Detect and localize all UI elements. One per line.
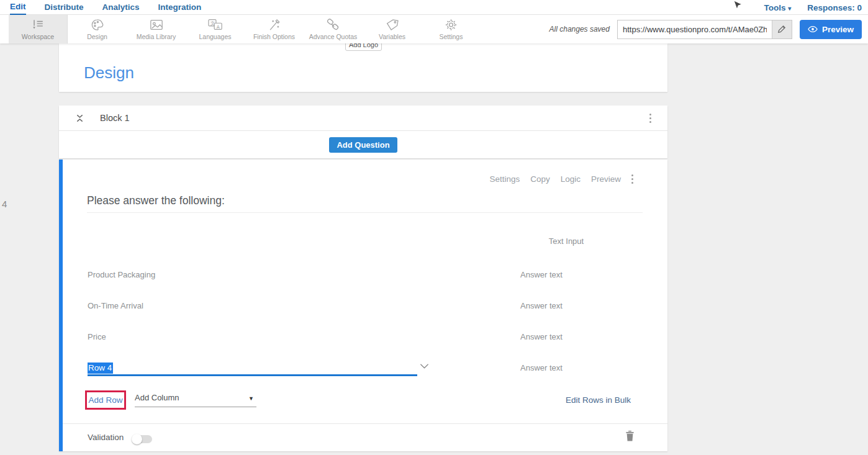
toolbar-item-label: Design [87, 33, 107, 40]
question-kebab-menu-icon[interactable] [631, 174, 633, 184]
question-number: 4 [2, 199, 7, 209]
row-edit-input[interactable]: Row 4 [88, 363, 113, 372]
collapse-block-icon[interactable] [76, 114, 84, 123]
add-row-annotation-box: Add Row [85, 390, 126, 410]
tag-icon [386, 19, 399, 31]
toolbar-item-label: Workspace [22, 33, 54, 40]
toolbar-item-advance-quotas[interactable]: Advance Quotas [304, 15, 363, 43]
toolbar-item-label: Languages [199, 33, 232, 40]
nav-integration[interactable]: Integration [158, 1, 202, 14]
row-answer-placeholder[interactable]: Answer text [520, 301, 563, 310]
top-nav: Edit Distribute Analytics Integration To… [0, 0, 868, 15]
question-title[interactable]: Please answer the following: [87, 194, 225, 207]
workspace-icon [31, 19, 45, 31]
add-column-label: Add Column [135, 393, 179, 402]
block-card: Block 1 Add Question [59, 106, 667, 158]
toolbar-item-label: Settings [440, 33, 463, 40]
block-header: Block 1 [59, 106, 667, 131]
save-status: All changes saved [549, 25, 610, 34]
tools-dropdown[interactable]: Tools ▾ [764, 3, 791, 12]
add-question-button[interactable]: Add Question [329, 137, 397, 153]
validation-toggle[interactable] [133, 435, 152, 443]
question-preview-link[interactable]: Preview [591, 174, 621, 184]
toolbar-item-label: Media Library [137, 33, 176, 40]
nav-distribute[interactable]: Distribute [45, 1, 84, 14]
question-card: Settings Copy Logic Preview Please answe… [59, 160, 667, 451]
toggle-knob [132, 434, 142, 444]
row-answer-placeholder[interactable]: Answer text [520, 363, 563, 372]
block-title: Block 1 [100, 113, 130, 123]
row-answer-placeholder[interactable]: Answer text [520, 332, 563, 341]
toolbar-item-workspace[interactable]: Workspace [9, 15, 68, 43]
survey-url-box [617, 20, 792, 39]
delete-question-icon[interactable] [625, 430, 635, 441]
validation-label: Validation [88, 433, 124, 442]
question-logic-link[interactable]: Logic [561, 174, 581, 184]
toolbar-item-label: Variables [379, 33, 405, 40]
toolbar-item-settings[interactable]: Settings [422, 15, 481, 43]
edit-rows-in-bulk-link[interactable]: Edit Rows in Bulk [566, 395, 631, 405]
add-question-row: Add Question [59, 131, 667, 158]
magic-wand-icon [268, 19, 281, 31]
design-palette-icon [91, 19, 104, 31]
gear-icon [445, 19, 458, 31]
caret-down-icon: ▾ [788, 5, 791, 12]
preview-button[interactable]: Preview [800, 20, 862, 39]
caret-down-icon: ▼ [248, 395, 254, 402]
chevron-down-icon[interactable] [420, 363, 429, 369]
toolbar-item-variables[interactable]: Variables [363, 15, 422, 43]
footer-divider [63, 423, 667, 424]
nav-analytics[interactable]: Analytics [102, 1, 140, 14]
toolbar-item-design[interactable]: Design [68, 15, 127, 43]
pencil-icon [777, 25, 786, 34]
row-answer-placeholder[interactable]: Answer text [520, 270, 563, 279]
svg-text:A: A [216, 24, 219, 29]
survey-url-input[interactable] [618, 20, 772, 38]
page-title: Design [84, 63, 134, 83]
question-menu: Settings Copy Logic Preview [489, 174, 633, 184]
row-label[interactable]: Product Packaging [88, 270, 155, 279]
row-label[interactable]: On-Time Arrival [88, 301, 143, 310]
add-column-dropdown[interactable]: Add Column ▼ [135, 392, 256, 407]
toolbar-item-languages[interactable]: 文 A Languages [186, 15, 245, 43]
responses-count[interactable]: Responses: 0 [807, 3, 862, 12]
eye-icon [808, 25, 818, 33]
add-row-button[interactable]: Add Row [89, 395, 123, 405]
toolbar-item-label: Finish Options [253, 33, 295, 40]
question-title-underline [87, 212, 643, 213]
block-kebab-menu-icon[interactable] [649, 114, 651, 123]
question-settings-link[interactable]: Settings [489, 174, 520, 184]
row-edit-focus-underline [88, 374, 417, 376]
edit-url-button[interactable] [772, 20, 792, 38]
media-library-icon [150, 19, 163, 31]
toolbar-item-media-library[interactable]: Media Library [127, 15, 186, 43]
toolbar-item-finish-options[interactable]: Finish Options [245, 15, 304, 43]
nav-edit[interactable]: Edit [10, 0, 26, 15]
svg-text:文: 文 [210, 20, 214, 26]
chain-links-icon [326, 19, 340, 31]
column-header-text-input: Text Input [517, 237, 616, 246]
question-copy-link[interactable]: Copy [530, 174, 550, 184]
toolbar-item-label: Advance Quotas [309, 33, 358, 40]
row-label[interactable]: Price [88, 332, 106, 341]
toolbar: Workspace Design Media Library 文 A Langu… [0, 15, 868, 43]
selected-text: Row 4 [88, 363, 113, 374]
languages-icon: 文 A [208, 19, 223, 31]
